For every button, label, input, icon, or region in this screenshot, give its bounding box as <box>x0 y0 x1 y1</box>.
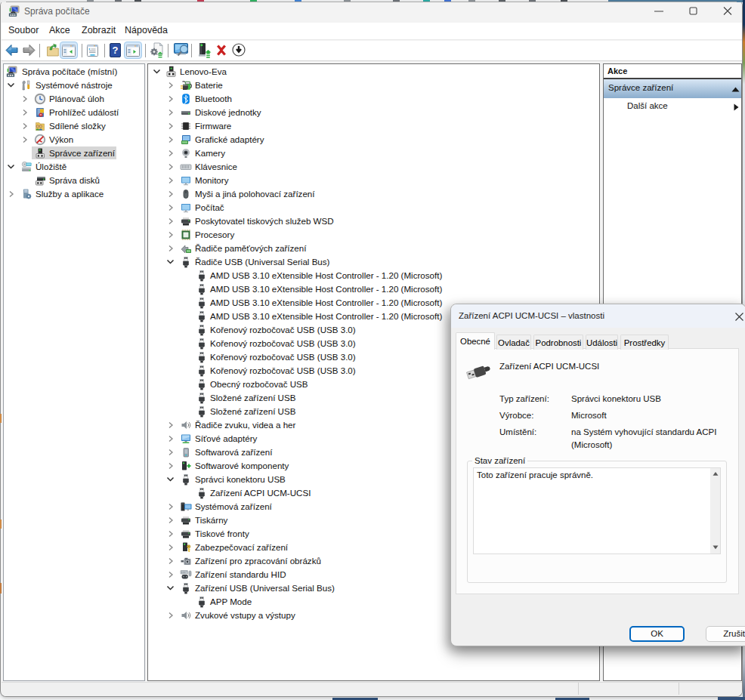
svg-text:?: ? <box>113 45 119 56</box>
